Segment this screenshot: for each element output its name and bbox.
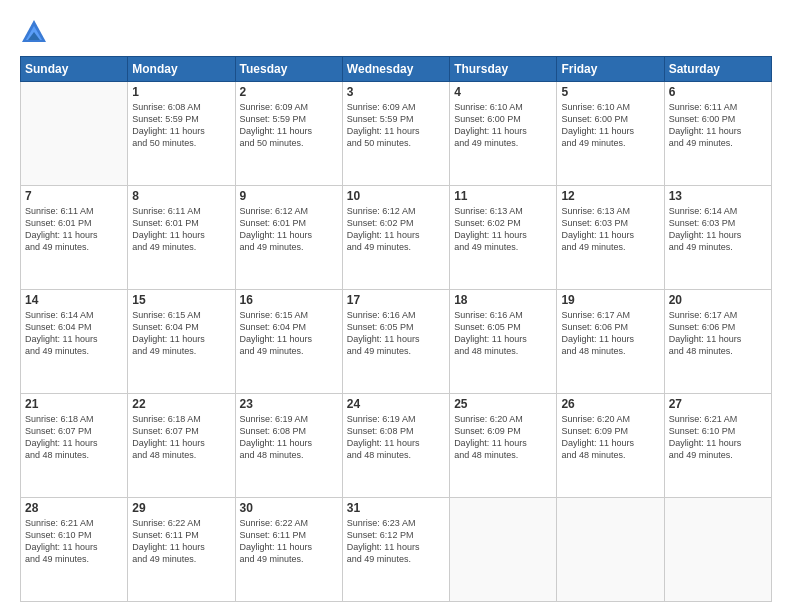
- day-number: 2: [240, 85, 338, 99]
- calendar-cell: [664, 498, 771, 602]
- day-number: 20: [669, 293, 767, 307]
- day-number: 17: [347, 293, 445, 307]
- day-number: 9: [240, 189, 338, 203]
- calendar-cell: 2Sunrise: 6:09 AM Sunset: 5:59 PM Daylig…: [235, 82, 342, 186]
- day-number: 22: [132, 397, 230, 411]
- calendar-cell: 16Sunrise: 6:15 AM Sunset: 6:04 PM Dayli…: [235, 290, 342, 394]
- day-number: 28: [25, 501, 123, 515]
- cell-info: Sunrise: 6:10 AM Sunset: 6:00 PM Dayligh…: [454, 101, 552, 150]
- day-number: 26: [561, 397, 659, 411]
- week-row: 1Sunrise: 6:08 AM Sunset: 5:59 PM Daylig…: [21, 82, 772, 186]
- calendar-cell: [557, 498, 664, 602]
- day-number: 10: [347, 189, 445, 203]
- logo-icon: [20, 18, 48, 46]
- cell-info: Sunrise: 6:11 AM Sunset: 6:00 PM Dayligh…: [669, 101, 767, 150]
- day-number: 4: [454, 85, 552, 99]
- cell-info: Sunrise: 6:17 AM Sunset: 6:06 PM Dayligh…: [669, 309, 767, 358]
- day-number: 12: [561, 189, 659, 203]
- week-row: 28Sunrise: 6:21 AM Sunset: 6:10 PM Dayli…: [21, 498, 772, 602]
- page: SundayMondayTuesdayWednesdayThursdayFrid…: [0, 0, 792, 612]
- day-number: 13: [669, 189, 767, 203]
- cell-info: Sunrise: 6:14 AM Sunset: 6:03 PM Dayligh…: [669, 205, 767, 254]
- day-header-tuesday: Tuesday: [235, 57, 342, 82]
- calendar-cell: 5Sunrise: 6:10 AM Sunset: 6:00 PM Daylig…: [557, 82, 664, 186]
- day-number: 30: [240, 501, 338, 515]
- logo: [20, 18, 52, 46]
- calendar-cell: 11Sunrise: 6:13 AM Sunset: 6:02 PM Dayli…: [450, 186, 557, 290]
- calendar-cell: 31Sunrise: 6:23 AM Sunset: 6:12 PM Dayli…: [342, 498, 449, 602]
- cell-info: Sunrise: 6:20 AM Sunset: 6:09 PM Dayligh…: [454, 413, 552, 462]
- cell-info: Sunrise: 6:19 AM Sunset: 6:08 PM Dayligh…: [240, 413, 338, 462]
- calendar-cell: 14Sunrise: 6:14 AM Sunset: 6:04 PM Dayli…: [21, 290, 128, 394]
- cell-info: Sunrise: 6:09 AM Sunset: 5:59 PM Dayligh…: [240, 101, 338, 150]
- day-number: 23: [240, 397, 338, 411]
- calendar-cell: 12Sunrise: 6:13 AM Sunset: 6:03 PM Dayli…: [557, 186, 664, 290]
- calendar-cell: 30Sunrise: 6:22 AM Sunset: 6:11 PM Dayli…: [235, 498, 342, 602]
- cell-info: Sunrise: 6:16 AM Sunset: 6:05 PM Dayligh…: [454, 309, 552, 358]
- calendar-cell: 21Sunrise: 6:18 AM Sunset: 6:07 PM Dayli…: [21, 394, 128, 498]
- calendar-cell: 29Sunrise: 6:22 AM Sunset: 6:11 PM Dayli…: [128, 498, 235, 602]
- day-number: 7: [25, 189, 123, 203]
- calendar-cell: 17Sunrise: 6:16 AM Sunset: 6:05 PM Dayli…: [342, 290, 449, 394]
- day-header-friday: Friday: [557, 57, 664, 82]
- calendar-cell: 15Sunrise: 6:15 AM Sunset: 6:04 PM Dayli…: [128, 290, 235, 394]
- day-number: 16: [240, 293, 338, 307]
- day-number: 11: [454, 189, 552, 203]
- calendar-cell: 25Sunrise: 6:20 AM Sunset: 6:09 PM Dayli…: [450, 394, 557, 498]
- day-number: 3: [347, 85, 445, 99]
- cell-info: Sunrise: 6:11 AM Sunset: 6:01 PM Dayligh…: [25, 205, 123, 254]
- cell-info: Sunrise: 6:09 AM Sunset: 5:59 PM Dayligh…: [347, 101, 445, 150]
- cell-info: Sunrise: 6:15 AM Sunset: 6:04 PM Dayligh…: [132, 309, 230, 358]
- cell-info: Sunrise: 6:15 AM Sunset: 6:04 PM Dayligh…: [240, 309, 338, 358]
- cell-info: Sunrise: 6:20 AM Sunset: 6:09 PM Dayligh…: [561, 413, 659, 462]
- day-number: 1: [132, 85, 230, 99]
- calendar-cell: 4Sunrise: 6:10 AM Sunset: 6:00 PM Daylig…: [450, 82, 557, 186]
- day-header-sunday: Sunday: [21, 57, 128, 82]
- cell-info: Sunrise: 6:19 AM Sunset: 6:08 PM Dayligh…: [347, 413, 445, 462]
- calendar-cell: 1Sunrise: 6:08 AM Sunset: 5:59 PM Daylig…: [128, 82, 235, 186]
- day-number: 25: [454, 397, 552, 411]
- cell-info: Sunrise: 6:13 AM Sunset: 6:03 PM Dayligh…: [561, 205, 659, 254]
- cell-info: Sunrise: 6:21 AM Sunset: 6:10 PM Dayligh…: [25, 517, 123, 566]
- cell-info: Sunrise: 6:16 AM Sunset: 6:05 PM Dayligh…: [347, 309, 445, 358]
- calendar-cell: 6Sunrise: 6:11 AM Sunset: 6:00 PM Daylig…: [664, 82, 771, 186]
- cell-info: Sunrise: 6:18 AM Sunset: 6:07 PM Dayligh…: [132, 413, 230, 462]
- calendar-cell: 3Sunrise: 6:09 AM Sunset: 5:59 PM Daylig…: [342, 82, 449, 186]
- calendar-cell: 18Sunrise: 6:16 AM Sunset: 6:05 PM Dayli…: [450, 290, 557, 394]
- cell-info: Sunrise: 6:22 AM Sunset: 6:11 PM Dayligh…: [240, 517, 338, 566]
- day-header-thursday: Thursday: [450, 57, 557, 82]
- day-number: 24: [347, 397, 445, 411]
- cell-info: Sunrise: 6:21 AM Sunset: 6:10 PM Dayligh…: [669, 413, 767, 462]
- cell-info: Sunrise: 6:08 AM Sunset: 5:59 PM Dayligh…: [132, 101, 230, 150]
- cell-info: Sunrise: 6:22 AM Sunset: 6:11 PM Dayligh…: [132, 517, 230, 566]
- calendar-table: SundayMondayTuesdayWednesdayThursdayFrid…: [20, 56, 772, 602]
- day-number: 14: [25, 293, 123, 307]
- calendar-cell: 24Sunrise: 6:19 AM Sunset: 6:08 PM Dayli…: [342, 394, 449, 498]
- week-row: 14Sunrise: 6:14 AM Sunset: 6:04 PM Dayli…: [21, 290, 772, 394]
- day-number: 18: [454, 293, 552, 307]
- cell-info: Sunrise: 6:11 AM Sunset: 6:01 PM Dayligh…: [132, 205, 230, 254]
- calendar-cell: 20Sunrise: 6:17 AM Sunset: 6:06 PM Dayli…: [664, 290, 771, 394]
- cell-info: Sunrise: 6:13 AM Sunset: 6:02 PM Dayligh…: [454, 205, 552, 254]
- calendar-cell: [21, 82, 128, 186]
- calendar-cell: 22Sunrise: 6:18 AM Sunset: 6:07 PM Dayli…: [128, 394, 235, 498]
- calendar-cell: 28Sunrise: 6:21 AM Sunset: 6:10 PM Dayli…: [21, 498, 128, 602]
- day-number: 19: [561, 293, 659, 307]
- calendar-cell: 19Sunrise: 6:17 AM Sunset: 6:06 PM Dayli…: [557, 290, 664, 394]
- cell-info: Sunrise: 6:14 AM Sunset: 6:04 PM Dayligh…: [25, 309, 123, 358]
- calendar-cell: 7Sunrise: 6:11 AM Sunset: 6:01 PM Daylig…: [21, 186, 128, 290]
- day-header-monday: Monday: [128, 57, 235, 82]
- day-number: 27: [669, 397, 767, 411]
- cell-info: Sunrise: 6:17 AM Sunset: 6:06 PM Dayligh…: [561, 309, 659, 358]
- header-row: SundayMondayTuesdayWednesdayThursdayFrid…: [21, 57, 772, 82]
- cell-info: Sunrise: 6:10 AM Sunset: 6:00 PM Dayligh…: [561, 101, 659, 150]
- day-number: 6: [669, 85, 767, 99]
- calendar-cell: 9Sunrise: 6:12 AM Sunset: 6:01 PM Daylig…: [235, 186, 342, 290]
- calendar-cell: 13Sunrise: 6:14 AM Sunset: 6:03 PM Dayli…: [664, 186, 771, 290]
- calendar-cell: 26Sunrise: 6:20 AM Sunset: 6:09 PM Dayli…: [557, 394, 664, 498]
- day-number: 29: [132, 501, 230, 515]
- week-row: 21Sunrise: 6:18 AM Sunset: 6:07 PM Dayli…: [21, 394, 772, 498]
- day-number: 15: [132, 293, 230, 307]
- day-number: 21: [25, 397, 123, 411]
- calendar-cell: 10Sunrise: 6:12 AM Sunset: 6:02 PM Dayli…: [342, 186, 449, 290]
